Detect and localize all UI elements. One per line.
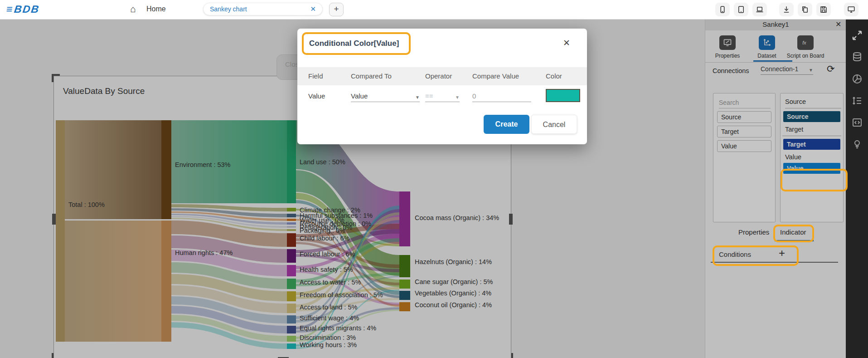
home-label[interactable]: Home: [146, 5, 166, 13]
connection-select[interactable]: Connection-1 ▼: [761, 65, 813, 75]
sankey-node: [287, 249, 296, 263]
col-compared-to: Compared To: [351, 72, 392, 80]
sankey-node-label: Freedom of association : 5%: [300, 291, 383, 299]
sankey-node-label: Environment : 53%: [175, 161, 231, 168]
sankey-node: [287, 304, 296, 313]
mapping-chip-target[interactable]: Target: [783, 139, 840, 150]
refresh-icon[interactable]: ⟳: [827, 64, 835, 74]
add-condition-button[interactable]: +: [779, 247, 785, 260]
selection-handle-left[interactable]: [52, 214, 56, 225]
compared-to-value: Value: [351, 92, 368, 100]
panel-tab-dataset[interactable]: Dataset: [747, 35, 786, 59]
sankey-chart: Total : 100%Environment : 53%Human right…: [56, 115, 509, 358]
create-button[interactable]: Create: [484, 115, 529, 134]
sankey-node: [161, 221, 171, 342]
color-swatch[interactable]: [546, 89, 580, 102]
connections-label: Connections: [713, 67, 749, 74]
panel-tab-properties[interactable]: Properties: [708, 35, 747, 59]
sankey-node-label: Hazelnuts (Organic) : 14%: [415, 258, 492, 265]
sankey-node-label: Child labour : 6%: [300, 235, 350, 242]
dashboard-tab-label: Sankey chart: [210, 5, 310, 13]
chevron-down-icon: ▼: [455, 95, 460, 100]
selection-corner-tl[interactable]: [52, 74, 60, 82]
sankey-link: [65, 221, 161, 342]
copy-button[interactable]: [798, 3, 812, 16]
sankey-node: [287, 222, 296, 225]
field-item-target[interactable]: Target: [717, 126, 771, 137]
compared-to-select[interactable]: Value ▼: [351, 92, 420, 102]
sankey-node: [287, 229, 296, 231]
selection-corner-br[interactable]: [505, 353, 513, 358]
operator-value: ==: [425, 92, 433, 100]
sankey-node: [399, 291, 410, 300]
mapping-header-source: Source: [785, 98, 841, 108]
side-toolbar: [846, 18, 868, 358]
tablet-icon: [737, 5, 745, 14]
cancel-button[interactable]: Cancel: [531, 115, 577, 134]
bulb-icon[interactable]: [846, 133, 868, 155]
col-operator: Operator: [425, 72, 452, 80]
dashboard-tab[interactable]: Sankey chart ✕: [203, 3, 323, 15]
dialog-title: Conditional Color[Value]: [309, 39, 399, 48]
app-root: BDB ⌂ Home Sankey chart ✕ + ValueData By…: [0, 0, 868, 358]
svg-text:fx: fx: [802, 40, 806, 45]
subtab-indicator[interactable]: Indicator: [780, 228, 806, 236]
sankey-node: [287, 315, 296, 324]
sankey-node-label: Total : 100%: [68, 201, 105, 208]
topbar-actions: [715, 3, 858, 16]
mapping-chip-value[interactable]: Value: [783, 163, 840, 174]
divider: [782, 136, 841, 136]
operator-select[interactable]: == ▼: [425, 92, 460, 102]
sankey-node: [287, 336, 296, 342]
mapping-chip-source[interactable]: Source: [783, 111, 840, 122]
sankey-node: [161, 120, 171, 219]
line-height-icon[interactable]: [846, 90, 868, 112]
tab-close-icon[interactable]: ✕: [310, 5, 316, 13]
mapping-box: SourceSourceTargetTargetValueValue: [780, 93, 844, 222]
sankey-node: [287, 343, 296, 349]
col-field: Field: [308, 72, 323, 80]
phone-icon: [718, 5, 727, 14]
panel-tab-script-on-board[interactable]: fxScript on Board: [786, 35, 825, 59]
sankey-node-label: Health safety : 5%: [300, 266, 353, 273]
download-button[interactable]: [779, 3, 794, 16]
monitor-button[interactable]: [844, 3, 858, 16]
sankey-node: [287, 214, 296, 217]
chevron-down-icon: ▼: [415, 95, 420, 100]
sankey-node: [399, 302, 410, 311]
field-item-source[interactable]: Source: [717, 111, 771, 123]
new-tab-button[interactable]: +: [329, 3, 344, 16]
expand-icon[interactable]: [846, 25, 868, 46]
home-icon[interactable]: ⌂: [130, 4, 136, 15]
search-input[interactable]: Search: [719, 99, 771, 108]
phone-button[interactable]: [715, 3, 730, 16]
code-icon[interactable]: [846, 112, 868, 133]
panel-close-icon[interactable]: ✕: [835, 20, 841, 29]
database-icon[interactable]: [846, 46, 868, 68]
active-tab-underline: [753, 60, 792, 62]
save-button[interactable]: [816, 3, 831, 16]
save-icon: [820, 5, 828, 14]
sankey-node: [287, 233, 296, 247]
sankey-node-label: Cocoa mass (Organic) : 34%: [415, 214, 499, 221]
copy-icon: [801, 5, 809, 14]
laptop-button[interactable]: [752, 3, 767, 16]
mapping-option-value[interactable]: Value: [785, 153, 843, 161]
sankey-node: [399, 255, 410, 277]
sankey-node-label: Forced labour : 6%: [300, 250, 355, 258]
fx-icon: fx: [801, 38, 810, 47]
tablet-button[interactable]: [734, 3, 748, 16]
selection-handle-right[interactable]: [509, 214, 513, 225]
properties-icon: [723, 38, 732, 47]
field-item-value[interactable]: Value: [717, 140, 771, 152]
selection-corner-bl[interactable]: [52, 353, 60, 358]
subtab-underline: [775, 240, 814, 241]
dialog-close-icon[interactable]: ✕: [563, 38, 570, 48]
sankey-node: [287, 226, 296, 228]
mapping-option-target[interactable]: Target: [785, 126, 843, 133]
compare-value-input[interactable]: 0: [472, 92, 531, 102]
subtab-properties[interactable]: Properties: [738, 228, 769, 236]
col-color: Color: [546, 72, 562, 80]
pie-chart-icon[interactable]: [846, 68, 868, 90]
settings-panel: Sankey1 ✕ PropertiesDatasetfxScript on B…: [705, 18, 846, 358]
